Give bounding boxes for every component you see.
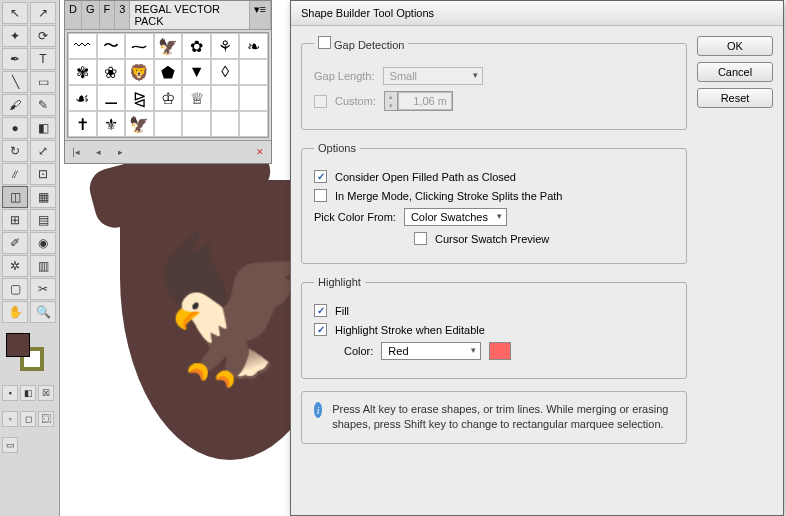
custom-value-stepper: ▴▾ 1,06 m: [384, 91, 453, 111]
hand-tool[interactable]: ✋: [2, 301, 28, 323]
gradient-mode-icon[interactable]: ◧: [20, 385, 36, 401]
none-mode-icon[interactable]: ☒: [38, 385, 54, 401]
symbol-item[interactable]: [211, 111, 240, 137]
symbol-item[interactable]: ♕: [182, 85, 211, 111]
panel-menu-icon[interactable]: ▾≡: [250, 1, 271, 29]
ok-button[interactable]: OK: [697, 36, 773, 56]
highlight-group: Highlight Fill Highlight Stroke when Edi…: [301, 276, 687, 379]
line-tool[interactable]: ╲: [2, 71, 28, 93]
symbol-item[interactable]: ⁓: [125, 33, 154, 59]
artboard-tool[interactable]: ▢: [2, 278, 28, 300]
symbol-item[interactable]: [182, 111, 211, 137]
direct-selection-tool[interactable]: ↗: [30, 2, 56, 24]
color-select[interactable]: Red: [381, 342, 481, 360]
fill-checkbox[interactable]: [314, 304, 327, 317]
zoom-tool[interactable]: 🔍: [30, 301, 56, 323]
column-graph-tool[interactable]: ▥: [30, 255, 56, 277]
symbol-item[interactable]: ⧎: [125, 85, 154, 111]
tab-g[interactable]: G: [82, 1, 100, 29]
width-tool[interactable]: ⫽: [2, 163, 28, 185]
rectangle-tool[interactable]: ▭: [30, 71, 56, 93]
symbol-sprayer-tool[interactable]: ✲: [2, 255, 28, 277]
symbol-item[interactable]: [211, 85, 240, 111]
lasso-tool[interactable]: ⟳: [30, 25, 56, 47]
highlight-stroke-label: Highlight Stroke when Editable: [335, 324, 485, 336]
symbol-item[interactable]: ✾: [68, 59, 97, 85]
merge-mode-checkbox[interactable]: [314, 189, 327, 202]
custom-value-input: 1,06 m: [398, 92, 452, 110]
symbol-item[interactable]: ☙: [68, 85, 97, 111]
type-tool[interactable]: T: [30, 48, 56, 70]
symbol-item[interactable]: 〰: [68, 33, 97, 59]
pick-color-select[interactable]: Color Swatches: [404, 208, 507, 226]
draw-behind-icon[interactable]: ◻: [20, 411, 36, 427]
symbol-item[interactable]: [154, 111, 183, 137]
symbol-item[interactable]: [239, 111, 268, 137]
shape-builder-options-dialog: Shape Builder Tool Options Gap Detection…: [290, 0, 784, 516]
mesh-tool[interactable]: ⊞: [2, 209, 28, 231]
slice-tool[interactable]: ✂: [30, 278, 56, 300]
pencil-tool[interactable]: ✎: [30, 94, 56, 116]
blend-tool[interactable]: ◉: [30, 232, 56, 254]
symbol-grid: 〰 〜 ⁓ 🦅 ✿ ⚘ ❧ ✾ ❀ 🦁 ⬟ ▼ ◊ ☙ ⚊ ⧎ ♔ ♕ ✝ ⚜ …: [67, 32, 269, 138]
screen-mode-icon[interactable]: ▭: [2, 437, 18, 453]
blob-brush-tool[interactable]: ●: [2, 117, 28, 139]
pick-color-label: Pick Color From:: [314, 211, 396, 223]
symbol-item[interactable]: ♔: [154, 85, 183, 111]
symbol-item[interactable]: ✝: [68, 111, 97, 137]
paintbrush-tool[interactable]: 🖌: [2, 94, 28, 116]
delete-icon[interactable]: ✕: [253, 145, 267, 159]
cursor-preview-checkbox[interactable]: [414, 232, 427, 245]
symbol-item[interactable]: 🦁: [125, 59, 154, 85]
next-icon[interactable]: ▸: [113, 145, 127, 159]
shape-builder-tool[interactable]: ◫: [2, 186, 28, 208]
tab-3[interactable]: 3: [115, 1, 130, 29]
symbol-item[interactable]: ⚘: [211, 33, 240, 59]
color-swatches[interactable]: [0, 329, 59, 377]
eyedropper-tool[interactable]: ✐: [2, 232, 28, 254]
tab-d[interactable]: D: [65, 1, 82, 29]
fill-swatch[interactable]: [6, 333, 30, 357]
color-mode-icon[interactable]: ▪: [2, 385, 18, 401]
symbol-item[interactable]: ◊: [211, 59, 240, 85]
pen-tool[interactable]: ✒: [2, 48, 28, 70]
scale-tool[interactable]: ⤢: [30, 140, 56, 162]
draw-inside-icon[interactable]: ⿴: [38, 411, 54, 427]
magic-wand-tool[interactable]: ✦: [2, 25, 28, 47]
free-transform-tool[interactable]: ⊡: [30, 163, 56, 185]
symbol-item[interactable]: 🦅: [154, 33, 183, 59]
tab-f[interactable]: F: [100, 1, 116, 29]
panel-tabs: D G F 3 REGAL VECTOR PACK ▾≡: [65, 1, 271, 30]
color-chip: [489, 342, 511, 360]
symbol-item[interactable]: ▼: [182, 59, 211, 85]
highlight-stroke-checkbox[interactable]: [314, 323, 327, 336]
tab-regal-vector-pack[interactable]: REGAL VECTOR PACK: [130, 1, 249, 29]
options-group: Options Consider Open Filled Path as Clo…: [301, 142, 687, 264]
rotate-tool[interactable]: ↻: [2, 140, 28, 162]
symbol-item[interactable]: ⚜: [97, 111, 126, 137]
symbol-item[interactable]: 〜: [97, 33, 126, 59]
cancel-button[interactable]: Cancel: [697, 62, 773, 82]
prev-icon[interactable]: ◂: [91, 145, 105, 159]
draw-normal-icon[interactable]: ▫: [2, 411, 18, 427]
griffin-icon: 🦅: [150, 240, 310, 420]
reset-button[interactable]: Reset: [697, 88, 773, 108]
merge-mode-label: In Merge Mode, Clicking Stroke Splits th…: [335, 190, 562, 202]
first-icon[interactable]: |◂: [69, 145, 83, 159]
symbol-item[interactable]: ⚊: [97, 85, 126, 111]
symbol-item[interactable]: [239, 85, 268, 111]
options-legend: Options: [314, 142, 360, 154]
gap-detection-checkbox[interactable]: [318, 36, 331, 49]
open-path-checkbox[interactable]: [314, 170, 327, 183]
symbol-item[interactable]: ❧: [239, 33, 268, 59]
gradient-tool[interactable]: ▤: [30, 209, 56, 231]
symbol-item[interactable]: ✿: [182, 33, 211, 59]
symbol-item[interactable]: ⬟: [154, 59, 183, 85]
symbol-item[interactable]: ❀: [97, 59, 126, 85]
eraser-tool[interactable]: ◧: [30, 117, 56, 139]
symbol-item[interactable]: 🦅: [125, 111, 154, 137]
perspective-grid-tool[interactable]: ▦: [30, 186, 56, 208]
cursor-preview-label: Cursor Swatch Preview: [435, 233, 549, 245]
selection-tool[interactable]: ↖: [2, 2, 28, 24]
symbol-item[interactable]: [239, 59, 268, 85]
